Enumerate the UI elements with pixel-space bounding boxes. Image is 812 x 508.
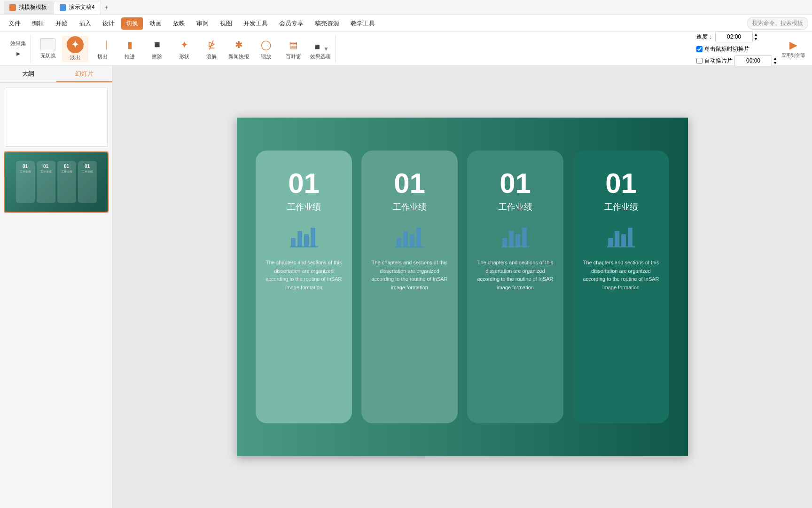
- cut-btn[interactable]: ⎹ 切出: [89, 36, 116, 62]
- newsflash-label: 新闻快报: [228, 53, 249, 60]
- card-1[interactable]: 01 工作业绩 The chapters and sections of thi…: [256, 151, 352, 423]
- click-transition-checkbox[interactable]: [696, 46, 703, 52]
- menu-edit[interactable]: 编辑: [27, 17, 49, 30]
- slide-list: 01 工作业绩 01 工作业绩 01 工作业绩 01 工作业绩: [0, 83, 112, 508]
- mini-card-1: 01 工作业绩: [16, 161, 35, 203]
- effect-set-group: 效果集 ▸: [6, 35, 31, 63]
- card-3-title: 工作业绩: [499, 201, 532, 213]
- svg-rect-2: [304, 234, 309, 246]
- tab-presentation[interactable]: 演示文稿4: [54, 1, 101, 14]
- slide-canvas[interactable]: 01 工作业绩 The chapters and sections of thi…: [237, 118, 688, 456]
- menu-insert[interactable]: 插入: [74, 17, 96, 30]
- sidebar-tab-slides[interactable]: 幻灯片: [56, 66, 113, 82]
- auto-advance-checkbox[interactable]: [696, 58, 703, 64]
- sidebar: 大纲 幻灯片 01 工作业绩 01 工作业绩: [0, 66, 113, 508]
- apply-all-btn[interactable]: ▶ 应用到全部: [780, 36, 806, 62]
- card-3-text: The chapters and sections of this disser…: [476, 259, 554, 292]
- menu-slideshow[interactable]: 放映: [168, 17, 190, 30]
- push-btn[interactable]: ◾ 擦除: [144, 36, 170, 62]
- auto-advance-label: 自动换片片: [704, 57, 733, 65]
- menu-design[interactable]: 设计: [98, 17, 119, 30]
- svg-rect-12: [515, 234, 520, 246]
- card-4-chart: [607, 224, 635, 247]
- click-transition-label: 单击鼠标时切换片: [704, 45, 750, 53]
- menu-vip[interactable]: 会员专享: [274, 17, 308, 30]
- menu-review[interactable]: 审阅: [192, 17, 213, 30]
- card-2[interactable]: 01 工作业绩 The chapters and sections of thi…: [361, 151, 458, 423]
- hundred-btn[interactable]: ▤ 百叶窗: [280, 36, 306, 62]
- tab-template-label: 找模板模板: [19, 3, 47, 11]
- auto-time-arrows[interactable]: ▴ ▾: [774, 56, 776, 65]
- svg-rect-11: [509, 231, 514, 246]
- no-effect-btn[interactable]: 无切换: [35, 36, 61, 62]
- slide-1-thumbnail[interactable]: [4, 87, 109, 148]
- card-3-chart: [501, 224, 530, 247]
- menu-bar: 文件 编辑 开始 插入 设计 切换 动画 放映 审阅 视图 开发工具 会员专享 …: [0, 15, 812, 32]
- push-label: 擦除: [152, 53, 162, 60]
- dissolve-icon: ⋭: [204, 37, 219, 52]
- canvas-area: 01 工作业绩 The chapters and sections of thi…: [113, 66, 812, 508]
- push-icon: ◾: [149, 37, 164, 52]
- slide-2-thumbnail[interactable]: 01 工作业绩 01 工作业绩 01 工作业绩 01 工作业绩: [4, 151, 109, 213]
- menu-file[interactable]: 文件: [4, 17, 25, 30]
- auto-advance-row: 自动换片片 ▴ ▾: [696, 55, 776, 66]
- click-transition-checkbox-row: 单击鼠标时切换片: [696, 45, 776, 53]
- title-bar: 找模板模板 演示文稿4 +: [0, 0, 812, 15]
- menu-teach[interactable]: 教学工具: [346, 17, 380, 30]
- tab-icon-template: [9, 4, 16, 11]
- effect-options-label: 效果选项: [310, 53, 331, 60]
- fade-btn[interactable]: ▮ 推进: [117, 36, 143, 62]
- card-3-number: 01: [500, 169, 531, 198]
- card-4-text: The chapters and sections of this disser…: [582, 259, 660, 292]
- dissolve-btn[interactable]: ⋭ 溶解: [198, 36, 225, 62]
- card-3[interactable]: 01 工作业绩 The chapters and sections of thi…: [467, 151, 563, 423]
- svg-rect-6: [403, 231, 408, 246]
- menu-search[interactable]: 搜索命令、搜索模板: [747, 17, 808, 30]
- newsflash-icon: ✱: [231, 37, 246, 52]
- main-area: 大纲 幻灯片 01 工作业绩 01 工作业绩: [0, 66, 812, 508]
- menu-animation[interactable]: 动画: [145, 17, 166, 30]
- hundred-label: 百叶窗: [286, 53, 301, 60]
- sidebar-slides-label: 幻灯片: [75, 70, 94, 78]
- toolbar-right: 速度： ▴ ▾ 单击鼠标时切换片 自动换片片 ▴: [696, 31, 806, 66]
- morph-btn[interactable]: ✦ 淡出: [62, 36, 88, 62]
- card-4[interactable]: 01 工作业绩 The chapters and sections of thi…: [573, 151, 669, 423]
- effect-options-btn[interactable]: ◾ ▼ 效果选项: [307, 36, 334, 62]
- svg-rect-10: [502, 238, 507, 246]
- speed-input[interactable]: [715, 31, 753, 42]
- mini-card-3: 01 工作业绩: [57, 161, 76, 203]
- add-tab-button[interactable]: +: [102, 3, 111, 12]
- svg-rect-7: [410, 234, 414, 246]
- sidebar-tab-outline[interactable]: 大纲: [0, 66, 56, 82]
- svg-rect-1: [297, 231, 302, 246]
- svg-rect-16: [615, 231, 619, 246]
- newsflash-btn[interactable]: ✱ 新闻快报: [226, 36, 252, 62]
- tab-list: 找模板模板 演示文稿4 +: [4, 0, 111, 15]
- dissolve-label: 溶解: [206, 53, 217, 60]
- card-2-icon: [396, 224, 424, 247]
- menu-sell[interactable]: 稿売资源: [310, 17, 344, 30]
- card-1-icon: [290, 224, 318, 247]
- card-1-chart: [290, 224, 318, 247]
- menu-transition[interactable]: 切换: [121, 17, 143, 30]
- slide-1-content: [5, 87, 108, 147]
- auto-time-input[interactable]: [734, 55, 772, 66]
- menu-view[interactable]: 视图: [215, 17, 237, 30]
- speed-arrow-up[interactable]: ▴ ▾: [755, 32, 757, 41]
- menu-start[interactable]: 开始: [51, 17, 72, 30]
- fade-icon: ▮: [122, 37, 137, 52]
- svg-rect-8: [416, 228, 421, 246]
- right-arrow-icon: ▸: [16, 49, 20, 58]
- tab-template[interactable]: 找模板模板: [4, 1, 53, 14]
- card-4-icon: [607, 224, 635, 247]
- zoom-btn[interactable]: ◯ 缩放: [253, 36, 279, 62]
- card-1-title: 工作业绩: [287, 201, 321, 213]
- mini-card-4-num: 01: [85, 164, 90, 169]
- menu-devtools[interactable]: 开发工具: [239, 17, 273, 30]
- fade-label: 推进: [125, 53, 135, 60]
- shape-btn[interactable]: ✦ 形状: [171, 36, 197, 62]
- no-effect-label: 无切换: [40, 52, 56, 59]
- svg-rect-13: [522, 228, 527, 246]
- mini-card-2: 01 工作业绩: [37, 161, 55, 203]
- shape-icon: ✦: [177, 37, 192, 52]
